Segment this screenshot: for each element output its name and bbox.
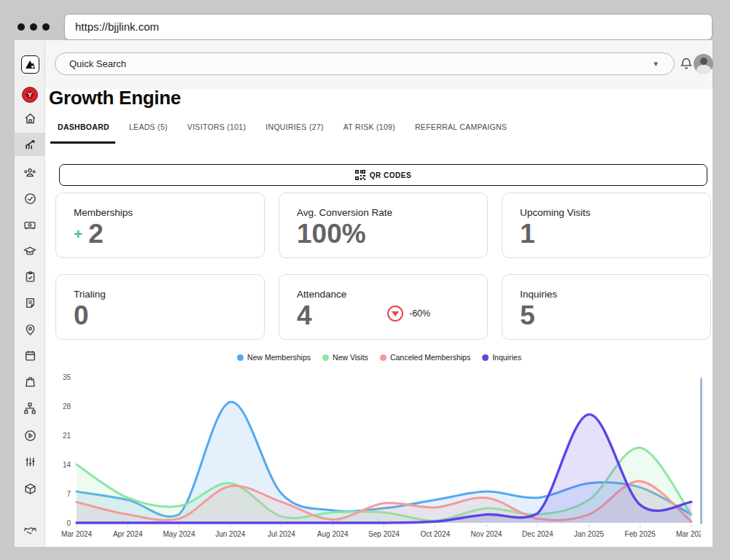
svg-text:21: 21 [63, 432, 71, 440]
card-trialing: Trialing 0 [55, 274, 265, 340]
card-label: Inquiries [520, 289, 693, 300]
card-label: Upcoming Visits [520, 207, 693, 218]
calendar-icon [24, 349, 36, 362]
card-avg-conversion-rate: Avg. Conversion Rate 100% [279, 192, 488, 258]
svg-text:28: 28 [63, 402, 71, 411]
card-label: Trialing [74, 289, 246, 300]
svg-text:Apr 2024: Apr 2024 [113, 530, 143, 538]
legend-new-memberships[interactable]: New Memberships [237, 353, 311, 362]
browser-topbar: https://bjjlink.com [0, 0, 730, 40]
graduation-cap-icon [23, 245, 36, 257]
sidebar-item-check[interactable] [18, 187, 42, 210]
card-upcoming-visits: Upcoming Visits 1 [502, 192, 711, 258]
card-memberships: Memberships + 2 [55, 192, 265, 258]
community-icon [23, 166, 36, 179]
app-window: Y [15, 40, 712, 547]
location-pin-icon [24, 324, 36, 336]
svg-text:Aug 2024: Aug 2024 [317, 530, 349, 538]
tab-dashboard[interactable]: DASHBOARD [58, 122, 109, 137]
user-avatar[interactable] [694, 54, 713, 74]
sidebar-item-documents[interactable] [18, 291, 42, 314]
svg-text:7: 7 [66, 490, 71, 498]
card-label: Attendance [297, 289, 470, 300]
sliders-icon [24, 456, 36, 468]
attendance-trend-badge: -60% [387, 306, 430, 322]
sidebar-item-filters[interactable] [18, 450, 42, 473]
legend-new-visits[interactable]: New Visits [322, 353, 368, 362]
tab-inquiries[interactable]: INQUIRIES (27) [265, 122, 323, 137]
page-title: Growth Engine [49, 87, 181, 109]
quick-search-input[interactable]: Quick Search ▾ [55, 52, 675, 75]
card-label: Memberships [74, 207, 246, 218]
svg-text:Mar 2025: Mar 2025 [676, 530, 701, 538]
sidebar-item-store[interactable] [18, 370, 42, 393]
legend-inquiries[interactable]: Inquiries [482, 353, 521, 362]
sidebar: Y [15, 40, 45, 547]
org-chart-icon [23, 402, 36, 415]
card-value: 4 [297, 301, 312, 330]
window-dot-icon[interactable] [42, 23, 50, 31]
sidebar-item-logo[interactable] [18, 52, 42, 76]
legend-dot-icon [237, 354, 244, 361]
card-value: 0 [74, 301, 89, 330]
tab-at-risk[interactable]: AT RISK (109) [343, 122, 395, 137]
sidebar-item-tasks[interactable] [18, 265, 42, 288]
svg-text:May 2024: May 2024 [163, 530, 195, 538]
svg-text:35: 35 [63, 373, 71, 381]
chevron-down-icon[interactable]: ▾ [653, 53, 658, 76]
sidebar-item-media[interactable] [18, 424, 42, 447]
sidebar-item-community[interactable] [18, 160, 42, 184]
legend-dot-icon [482, 354, 489, 361]
card-value: 1 [520, 219, 535, 249]
legend-dot-icon [380, 354, 387, 361]
clipboard-check-icon [24, 271, 36, 283]
sidebar-item-payments[interactable] [18, 213, 42, 236]
handshake-icon [23, 525, 37, 536]
sidebar-item-calendar[interactable] [18, 343, 42, 367]
window-controls[interactable] [18, 23, 50, 31]
area-chart-canvas: 0714212835Mar 2024Apr 2024May 2024Jun 20… [59, 370, 701, 546]
stat-cards-grid: Memberships + 2 Avg. Conversion Rate 100… [55, 192, 711, 340]
tab-referral-campaigns[interactable]: REFERRAL CAMPAIGNS [415, 122, 507, 137]
sidebar-item-home[interactable] [18, 106, 42, 130]
window-dot-icon[interactable] [18, 23, 25, 31]
svg-text:Nov 2024: Nov 2024 [471, 530, 502, 538]
quick-search-placeholder: Quick Search [69, 58, 126, 69]
svg-text:Jan 2025: Jan 2025 [574, 530, 605, 538]
legend-canceled-memberships[interactable]: Canceled Memberships [380, 353, 470, 362]
growth-analytics-icon [24, 139, 36, 151]
svg-text:Mar 2024: Mar 2024 [61, 530, 93, 538]
memberships-prefix: + [74, 225, 82, 243]
svg-text:Jul 2024: Jul 2024 [268, 530, 295, 538]
sidebar-item-locations[interactable] [18, 318, 42, 341]
main-content: Quick Search ▾ Growth Engine DASHBOARD L… [46, 40, 712, 547]
url-bar[interactable]: https://bjjlink.com [64, 14, 712, 40]
tab-leads[interactable]: LEADS (5) [129, 122, 168, 137]
circle-down-triangle-icon [387, 306, 403, 322]
sidebar-item-academy[interactable]: Y [18, 83, 42, 106]
play-circle-icon [24, 429, 36, 442]
sidebar-item-growth-analytics[interactable] [18, 133, 42, 156]
active-tab-underline [50, 141, 115, 144]
chart-legend: New Memberships New Visits Canceled Memb… [46, 353, 712, 362]
qr-codes-button[interactable]: QR CODES [59, 164, 707, 186]
svg-text:Feb 2025: Feb 2025 [625, 530, 656, 538]
sidebar-item-products[interactable] [18, 477, 42, 500]
card-attendance: Attendance 4 -60% [279, 274, 488, 340]
sidebar-item-education[interactable] [18, 239, 42, 262]
card-value: 5 [520, 301, 535, 330]
trend-percentage: -60% [409, 308, 430, 319]
tab-visitors[interactable]: VISITORS (101) [187, 122, 246, 137]
card-value: 100% [297, 219, 366, 249]
sidebar-item-org-chart[interactable] [18, 397, 42, 420]
payments-icon [23, 219, 36, 231]
vertical-scrollbar[interactable] [700, 378, 702, 524]
card-inquiries: Inquiries 5 [502, 274, 711, 340]
window-dot-icon[interactable] [30, 23, 37, 31]
notifications-bell-icon[interactable] [679, 57, 694, 71]
legend-dot-icon [322, 354, 329, 361]
qr-codes-label: QR CODES [370, 171, 411, 179]
cube-icon [24, 483, 36, 495]
sidebar-item-partnerships[interactable] [18, 518, 42, 542]
svg-text:Sep 2024: Sep 2024 [368, 530, 400, 538]
